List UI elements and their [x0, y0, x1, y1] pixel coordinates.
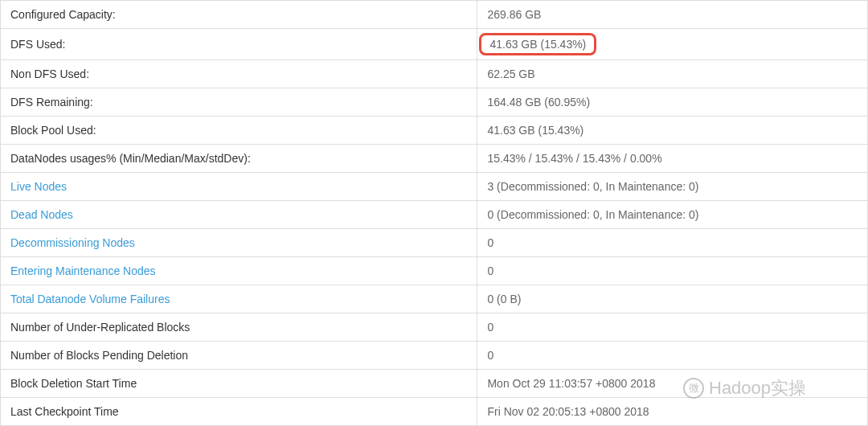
- row-label-link[interactable]: Decommissioning Nodes: [10, 236, 135, 249]
- table-row: DataNodes usages% (Min/Median/Max/stdDev…: [1, 145, 868, 173]
- wechat-icon: 微: [683, 378, 704, 399]
- row-label: Block Deletion Start Time: [1, 370, 477, 398]
- row-label: DataNodes usages% (Min/Median/Max/stdDev…: [1, 145, 477, 173]
- row-label-link[interactable]: Total Datanode Volume Failures: [10, 293, 170, 305]
- row-label: Entering Maintenance Nodes: [1, 257, 477, 285]
- row-label: Number of Under-Replicated Blocks: [1, 313, 477, 342]
- row-value: 62.25 GB: [477, 60, 868, 88]
- row-label: Configured Capacity:: [1, 1, 477, 29]
- row-label-link[interactable]: Live Nodes: [10, 180, 67, 193]
- row-value: 0: [477, 257, 868, 285]
- table-row: DFS Remaining:164.48 GB (60.95%): [1, 88, 868, 117]
- table-row: Configured Capacity:269.86 GB: [1, 1, 868, 29]
- row-label: DFS Used:: [1, 29, 477, 60]
- row-value: 0: [477, 313, 868, 342]
- row-label: Dead Nodes: [1, 201, 477, 229]
- row-value: 41.63 GB (15.43%): [477, 29, 868, 60]
- row-value: 0 (0 B): [477, 285, 868, 313]
- row-value: Fri Nov 02 20:05:13 +0800 2018: [477, 398, 868, 426]
- table-row: Entering Maintenance Nodes0: [1, 257, 868, 285]
- table-row: Non DFS Used:62.25 GB: [1, 60, 868, 88]
- hdfs-summary-panel: Configured Capacity:269.86 GBDFS Used:41…: [0, 0, 868, 426]
- row-label: Last Checkpoint Time: [1, 398, 477, 426]
- row-value: 41.63 GB (15.43%): [477, 117, 868, 145]
- row-value: 0 (Decommissioned: 0, In Maintenance: 0): [477, 201, 868, 229]
- row-value: 3 (Decommissioned: 0, In Maintenance: 0): [477, 173, 868, 201]
- row-value: 269.86 GB: [477, 1, 868, 29]
- row-label-link[interactable]: Dead Nodes: [10, 208, 73, 221]
- table-row: DFS Used:41.63 GB (15.43%): [1, 29, 868, 60]
- row-label: DFS Remaining:: [1, 88, 477, 117]
- table-row: Number of Blocks Pending Deletion0: [1, 342, 868, 370]
- table-row: Number of Under-Replicated Blocks0: [1, 313, 868, 342]
- row-label: Number of Blocks Pending Deletion: [1, 342, 477, 370]
- row-value: 15.43% / 15.43% / 15.43% / 0.00%: [477, 145, 868, 173]
- table-row: Dead Nodes0 (Decommissioned: 0, In Maint…: [1, 201, 868, 229]
- summary-table: Configured Capacity:269.86 GBDFS Used:41…: [0, 0, 868, 426]
- table-row: Total Datanode Volume Failures0 (0 B): [1, 285, 868, 313]
- row-label: Block Pool Used:: [1, 117, 477, 145]
- row-value: 0: [477, 229, 868, 257]
- row-value: Mon Oct 29 11:03:57 +0800 2018: [477, 370, 868, 398]
- row-label: Decommissioning Nodes: [1, 229, 477, 257]
- row-value: 0: [477, 342, 868, 370]
- row-label: Non DFS Used:: [1, 60, 477, 88]
- watermark-text: Hadoop实操: [709, 376, 806, 400]
- table-row: Last Checkpoint TimeFri Nov 02 20:05:13 …: [1, 398, 868, 426]
- table-row: Block Pool Used:41.63 GB (15.43%): [1, 117, 868, 145]
- table-row: Live Nodes3 (Decommissioned: 0, In Maint…: [1, 173, 868, 201]
- row-label: Live Nodes: [1, 173, 477, 201]
- table-row: Decommissioning Nodes0: [1, 229, 868, 257]
- row-value: 164.48 GB (60.95%): [477, 88, 868, 117]
- watermark: 微 Hadoop实操: [683, 376, 806, 400]
- highlighted-value: 41.63 GB (15.43%): [479, 33, 596, 55]
- row-label-link[interactable]: Entering Maintenance Nodes: [10, 264, 156, 277]
- row-label: Total Datanode Volume Failures: [1, 285, 477, 313]
